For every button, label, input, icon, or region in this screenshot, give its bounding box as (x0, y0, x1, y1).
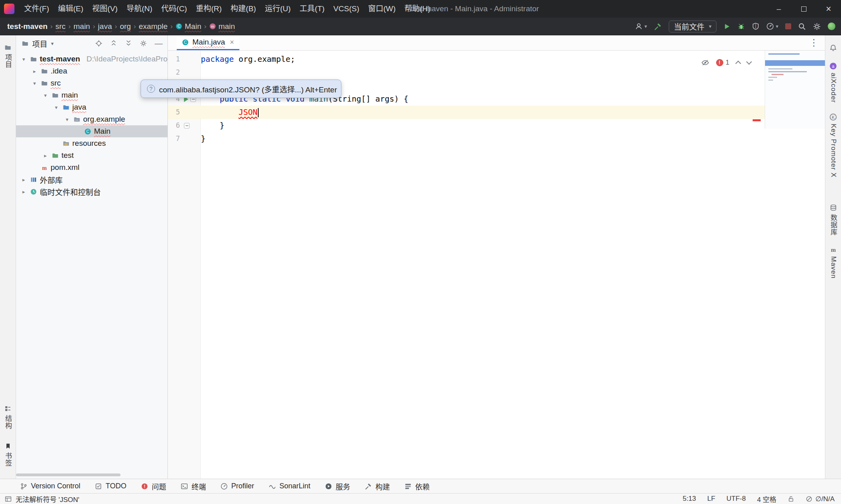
tree-item-java[interactable]: ▾java (16, 101, 167, 113)
previous-error-button[interactable] (736, 59, 740, 65)
profiler-run-button[interactable]: ▾ (766, 22, 778, 30)
tool-window-button-问题[interactable]: 问题 (141, 481, 166, 492)
tool-window-button-SonarLint[interactable]: SonarLint (269, 482, 310, 490)
tree-item-.idea[interactable]: ▸.idea (16, 65, 167, 77)
line-separator[interactable]: LF (707, 495, 715, 503)
tree-item-Main[interactable]: CMain (16, 125, 167, 137)
run-button[interactable] (723, 23, 731, 30)
locate-target-icon[interactable] (95, 40, 102, 47)
maximize-button[interactable] (791, 0, 816, 18)
tree-chevron-icon[interactable]: ▾ (31, 80, 38, 86)
tool-stripe-button-项目[interactable]: 项目 (0, 44, 16, 68)
tree-item-test-maven[interactable]: ▾test-mavenD:\IdeaProjects\IdeaProje (16, 53, 167, 65)
menu-item-10[interactable]: 窗口(W) (363, 0, 400, 18)
menu-item-7[interactable]: 运行(U) (260, 0, 295, 18)
collapse-all-icon[interactable] (125, 40, 132, 47)
import-suggestion-popup[interactable]: ? com.alibaba.fastjson2.JSON? (多重选择...) … (141, 80, 341, 98)
tool-window-button-TODO[interactable]: TODO (95, 482, 127, 490)
minimap[interactable] (765, 51, 825, 129)
tree-item-外部库[interactable]: ▸外部库 (16, 173, 167, 186)
menu-item-6[interactable]: 构建(B) (226, 0, 260, 18)
user-menu-button[interactable]: ▾ (635, 22, 647, 30)
panel-settings-gear-icon[interactable] (140, 40, 147, 47)
menu-item-3[interactable]: 导航(N) (122, 0, 157, 18)
hide-panel-icon[interactable]: — (155, 39, 163, 48)
next-error-button[interactable] (747, 60, 751, 65)
tree-chevron-icon[interactable]: ▸ (31, 68, 38, 74)
breadcrumb-item-example[interactable]: example (139, 22, 168, 31)
unlock-icon[interactable] (788, 496, 794, 502)
tree-chevron-icon[interactable]: ▾ (53, 104, 60, 110)
tool-window-button-依赖[interactable]: 依赖 (404, 481, 430, 492)
build-hammer-icon[interactable] (654, 22, 662, 31)
tool-window-button-服务[interactable]: 服务 (325, 481, 350, 492)
menu-item-1[interactable]: 编辑(E) (53, 0, 88, 18)
error-count-badge[interactable]: ! 1 (716, 56, 729, 69)
tool-stripe-button-结构[interactable]: 结构 (0, 405, 16, 429)
tree-chevron-icon[interactable]: ▸ (42, 153, 49, 159)
menu-item-9[interactable]: VCS(S) (329, 0, 363, 18)
menu-item-2[interactable]: 视图(V) (88, 0, 122, 18)
code-editor[interactable]: 1package org.example;23public class Main… (168, 51, 825, 479)
tree-item-临时文件和控制台[interactable]: ▸临时文件和控制台 (16, 186, 167, 198)
tree-item-resources[interactable]: resources (16, 137, 167, 149)
settings-gear-icon[interactable] (813, 22, 821, 31)
chevron-down-icon[interactable]: ▾ (51, 41, 54, 47)
close-button[interactable]: × (816, 0, 841, 18)
minimap-viewport[interactable] (765, 60, 825, 66)
memory-indicator[interactable]: ∅/N/A (806, 495, 835, 503)
stop-button[interactable] (785, 23, 791, 29)
tool-stripe-button-数据库[interactable]: 数据库 (825, 204, 841, 236)
layout-icon[interactable] (5, 496, 12, 502)
tool-stripe-button-Key Promoter X[interactable]: KKey Promoter X (825, 113, 841, 178)
breadcrumb-item-org[interactable]: org (120, 22, 131, 31)
tree-item-pom.xml[interactable]: mpom.xml (16, 161, 167, 173)
search-everywhere-button[interactable] (798, 22, 806, 31)
highlighting-eye-off-icon[interactable] (701, 59, 709, 67)
tool-stripe-button-Maven[interactable]: mMaven (825, 246, 841, 279)
menu-item-8[interactable]: 工具(T) (295, 0, 329, 18)
tool-stripe-button-bell[interactable] (825, 44, 841, 52)
horizontal-scrollbar[interactable] (16, 473, 120, 476)
breadcrumb-item-main[interactable]: main (73, 22, 90, 31)
tool-stripe-button-aiXcoder[interactable]: aaiXcoder (825, 62, 841, 103)
tree-chevron-icon[interactable]: ▸ (20, 189, 27, 195)
tree-chevron-icon[interactable]: ▾ (63, 116, 71, 122)
menu-item-0[interactable]: 文件(F) (20, 0, 53, 18)
debug-button[interactable] (737, 22, 745, 30)
code-line-7[interactable]: 7} (168, 132, 825, 145)
tree-item-test[interactable]: ▸test (16, 149, 167, 161)
file-encoding[interactable]: UTF-8 (727, 495, 746, 503)
error-stripe-mark[interactable] (753, 119, 761, 121)
tool-window-button-构建[interactable]: 构建 (365, 481, 390, 492)
more-options-icon[interactable]: ⋮ (809, 35, 819, 50)
menu-item-4[interactable]: 代码(C) (157, 0, 191, 18)
menu-item-5[interactable]: 重构(R) (192, 0, 226, 18)
minimize-button[interactable]: – (766, 0, 791, 18)
breadcrumb-item-test-maven[interactable]: test-maven (7, 22, 47, 31)
tool-window-button-Version Control[interactable]: Version Control (20, 482, 80, 490)
tree-chevron-icon[interactable]: ▾ (20, 56, 27, 62)
tool-window-button-终端[interactable]: 终端 (181, 481, 206, 492)
coverage-button[interactable] (752, 22, 759, 30)
fold-marker-icon[interactable] (184, 123, 190, 129)
tree-item-org.example[interactable]: ▾org.example (16, 113, 167, 125)
breadcrumb-item-main[interactable]: mmain (209, 22, 235, 31)
plugin-icon[interactable] (828, 22, 835, 30)
code-line-5[interactable]: 5 JSON (168, 106, 825, 119)
run-configuration-select[interactable]: 当前文件 ▾ (669, 20, 717, 33)
tab-main-java[interactable]: C Main.java × (177, 35, 239, 50)
tool-stripe-button-书签[interactable]: 书签 (0, 443, 16, 467)
caret-position[interactable]: 5:13 (683, 495, 696, 503)
code-line-6[interactable]: 6 } (168, 119, 825, 132)
breadcrumb-item-java[interactable]: java (98, 22, 112, 31)
breadcrumb-item-Main[interactable]: CMain (176, 22, 201, 31)
tree-chevron-icon[interactable]: ▸ (20, 177, 27, 183)
breadcrumb-item-src[interactable]: src (55, 22, 65, 31)
tree-chevron-icon[interactable]: ▾ (42, 92, 49, 98)
expand-all-icon[interactable] (110, 40, 117, 47)
indent-setting[interactable]: 4 空格 (757, 494, 776, 504)
tool-window-button-Profiler[interactable]: Profiler (220, 482, 254, 490)
tab-close-icon[interactable]: × (230, 38, 234, 47)
project-panel-title[interactable]: 项目 (32, 38, 47, 49)
